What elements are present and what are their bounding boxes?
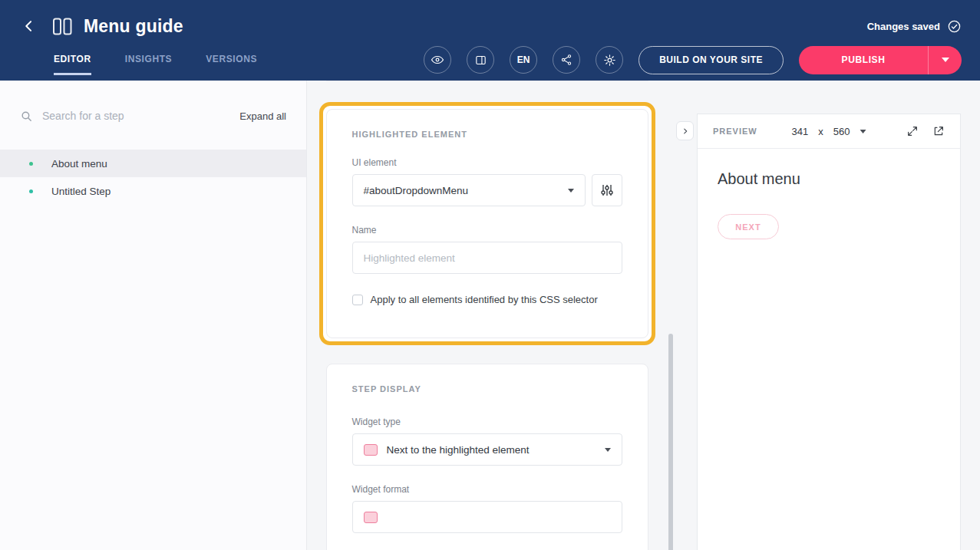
highlighted-element-card: HIGHLIGHTED ELEMENT UI element #aboutDro… <box>326 109 648 338</box>
apply-to-all-label: Apply to all elements identified by this… <box>371 294 598 305</box>
step-status-dot <box>29 189 33 193</box>
widget-type-label: Widget type <box>352 417 622 427</box>
preview-width-value: 341 <box>792 126 809 137</box>
tab-insights[interactable]: INSIGHTS <box>125 44 172 75</box>
card-title: HIGHLIGHTED ELEMENT <box>352 130 622 139</box>
collapse-preview-button[interactable] <box>676 121 694 140</box>
main-scrollbar[interactable] <box>668 334 673 550</box>
preview-height-value: 560 <box>833 126 850 137</box>
step-item-about-menu[interactable]: About menu <box>0 150 306 177</box>
step-item-untitled-step[interactable]: Untitled Step <box>0 177 306 205</box>
guide-title: Menu guide <box>84 16 183 37</box>
settings-button[interactable] <box>596 46 623 74</box>
expand-icon <box>906 125 919 137</box>
preview-step-title: About menu <box>718 170 940 188</box>
widget-format-label: Widget format <box>352 484 622 495</box>
ui-element-select[interactable]: #aboutDropdownMenu <box>352 174 586 206</box>
gear-icon <box>603 54 616 67</box>
changes-saved-status: Changes saved <box>867 19 962 34</box>
chevron-down-icon <box>605 448 611 452</box>
preview-next-button[interactable]: NEXT <box>718 214 779 239</box>
selector-settings-button[interactable] <box>592 174 622 206</box>
ui-element-label: UI element <box>352 157 622 168</box>
build-on-your-site-button[interactable]: BUILD ON YOUR SITE <box>638 46 784 74</box>
ui-element-value: #aboutDropdownMenu <box>364 185 469 196</box>
editor-tabs: EDITOR INSIGHTS VERSIONS <box>54 44 257 75</box>
check-circle-icon <box>947 19 962 34</box>
expand-all-link[interactable]: Expand all <box>239 110 286 122</box>
widget-format-icon <box>364 512 378 523</box>
chevron-down-icon <box>942 58 949 62</box>
open-in-new-tab-button[interactable] <box>932 125 945 137</box>
preview-size-separator: x <box>818 126 823 137</box>
preview-region: PREVIEW 341 x 560 <box>695 81 980 550</box>
publish-button-group: PUBLISH <box>799 46 962 74</box>
step-settings-panel: HIGHLIGHTED ELEMENT UI element #aboutDro… <box>307 81 695 550</box>
highlighted-element-name-input[interactable] <box>352 242 622 274</box>
chevron-down-icon <box>860 130 866 133</box>
widget-type-value: Next to the highlighted element <box>387 444 530 456</box>
step-search-input[interactable] <box>42 110 239 122</box>
step-label: About menu <box>51 158 107 170</box>
changes-saved-label: Changes saved <box>867 21 940 32</box>
highlighted-card-ring: HIGHLIGHTED ELEMENT UI element #aboutDro… <box>319 102 655 345</box>
preview-label: PREVIEW <box>713 127 757 136</box>
share-button[interactable] <box>553 46 580 74</box>
preview-panel: PREVIEW 341 x 560 <box>697 114 961 550</box>
search-icon <box>20 110 33 123</box>
preview-eye-button[interactable] <box>424 46 451 74</box>
expand-preview-button[interactable] <box>906 125 919 137</box>
steps-sidebar: Expand all About menu Untitled Step <box>0 81 307 550</box>
eye-icon <box>431 53 444 67</box>
previous-card-partial <box>326 81 648 81</box>
preview-size-select[interactable]: 341 x 560 <box>792 126 866 137</box>
widget-format-select[interactable] <box>352 501 622 533</box>
back-button[interactable] <box>18 15 40 37</box>
publish-button[interactable]: PUBLISH <box>799 46 928 74</box>
step-label: Untitled Step <box>51 186 111 197</box>
publish-dropdown-button[interactable] <box>928 46 962 74</box>
top-header: Menu guide Changes saved EDITOR INSIGHTS… <box>0 0 980 81</box>
tab-versions[interactable]: VERSIONS <box>206 44 257 75</box>
step-list: About menu Untitled Step <box>0 150 306 205</box>
chevron-left-icon <box>21 18 37 34</box>
chevron-down-icon <box>568 189 574 193</box>
tab-editor[interactable]: EDITOR <box>54 44 91 75</box>
layout-button[interactable] <box>467 46 494 74</box>
card-title: STEP DISPLAY <box>352 384 622 394</box>
apply-to-all-checkbox[interactable] <box>352 295 363 305</box>
name-label: Name <box>352 225 622 235</box>
share-icon <box>560 54 572 66</box>
external-link-icon <box>932 125 945 137</box>
widget-type-select[interactable]: Next to the highlighted element <box>352 433 622 466</box>
step-display-card: STEP DISPLAY Widget type Next to the hig… <box>326 364 648 550</box>
app-root: Menu guide Changes saved EDITOR INSIGHTS… <box>0 0 980 550</box>
app-logo-icon <box>52 17 73 36</box>
language-button[interactable]: EN <box>510 46 537 74</box>
preview-content: About menu NEXT <box>698 149 960 261</box>
apply-to-all-checkbox-row[interactable]: Apply to all elements identified by this… <box>352 294 622 305</box>
sliders-icon <box>601 184 613 196</box>
chevron-right-icon <box>681 127 689 135</box>
step-status-dot <box>29 162 33 166</box>
widget-type-icon <box>364 444 378 456</box>
layout-icon <box>474 54 487 67</box>
